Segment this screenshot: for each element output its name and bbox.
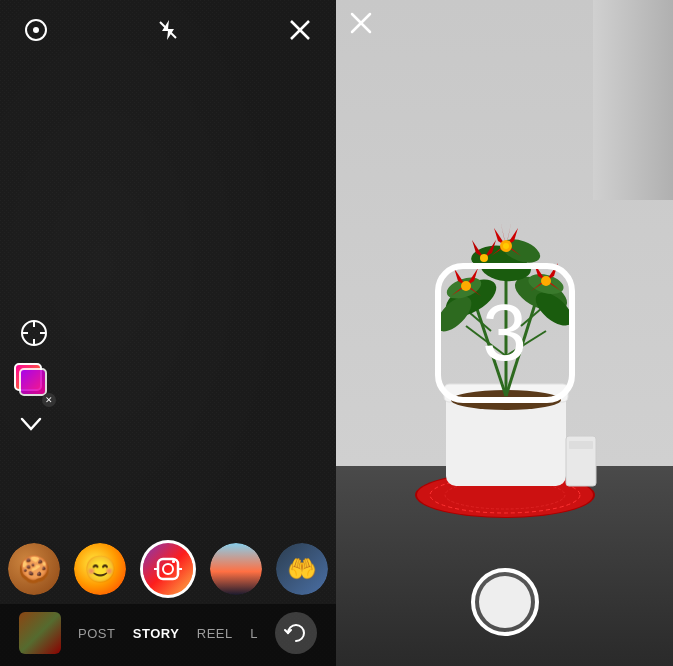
effect-active-button[interactable] (140, 540, 196, 598)
left-camera-panel: ✕ 🍪 😊 (0, 0, 336, 666)
close-icon[interactable] (282, 12, 318, 48)
nav-live[interactable]: L (250, 626, 258, 641)
svg-rect-61 (569, 441, 593, 449)
remove-filter-icon[interactable]: ✕ (42, 393, 56, 407)
effect-sunset-bubble[interactable] (210, 543, 262, 595)
right-camera-panel: 3 (336, 0, 673, 666)
shutter-inner-circle (479, 576, 531, 628)
effect-2-bubble[interactable]: 😊 (74, 543, 126, 595)
svg-point-12 (163, 564, 173, 574)
countdown-frame: 3 (435, 263, 575, 403)
effect-hands-bubble[interactable]: 🤲 (276, 543, 328, 595)
target-icon[interactable] (16, 315, 52, 351)
svg-rect-13 (172, 560, 175, 563)
rotate-camera-button[interactable] (275, 612, 317, 654)
effects-row: 🍪 😊 (0, 530, 336, 604)
circle-icon[interactable] (18, 12, 54, 48)
shutter-button[interactable] (471, 568, 539, 636)
filter-stack-icon[interactable]: ✕ (14, 363, 56, 405)
svg-point-59 (480, 254, 488, 262)
countdown-number: 3 (482, 293, 527, 373)
countdown-overlay: 3 (435, 263, 575, 403)
effect-1-bubble[interactable]: 🍪 (8, 543, 60, 595)
nav-story[interactable]: STORY (133, 626, 180, 641)
bottom-nav: POST STORY REEL L (0, 604, 336, 666)
gallery-thumbnail[interactable] (19, 612, 61, 654)
chevron-down-icon[interactable] (20, 413, 42, 436)
flash-off-icon[interactable] (150, 12, 186, 48)
left-top-bar (0, 12, 336, 48)
right-close-button[interactable] (350, 12, 372, 40)
nav-reel[interactable]: REEL (197, 626, 233, 641)
left-bottom-section: 🍪 😊 (0, 530, 336, 666)
nav-post[interactable]: POST (78, 626, 115, 641)
svg-point-1 (33, 27, 39, 33)
shutter-area (471, 568, 539, 636)
svg-point-46 (503, 243, 509, 249)
left-side-bar (16, 315, 52, 351)
